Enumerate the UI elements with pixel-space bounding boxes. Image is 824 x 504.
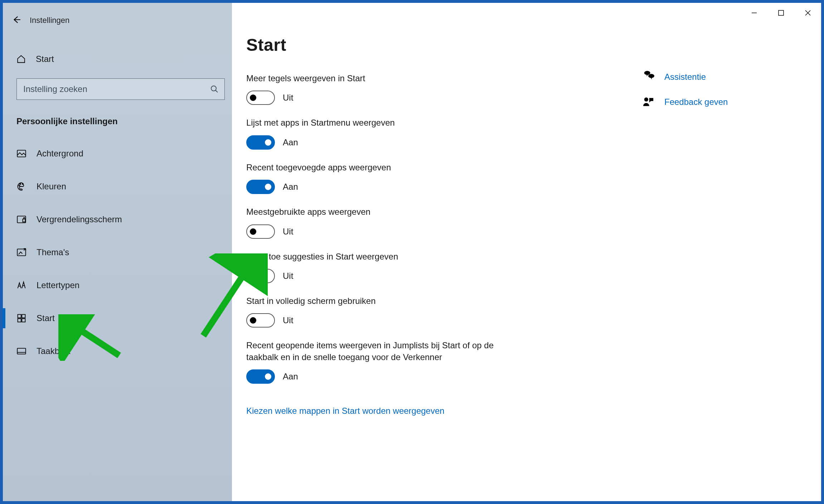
- sidebar-item-kleuren[interactable]: Kleuren: [3, 170, 232, 203]
- sidebar-item-lettertypen[interactable]: Lettertypen: [3, 269, 232, 302]
- sidebar-item-home[interactable]: Start: [3, 47, 232, 71]
- sidebar: Instellingen Start Persoonlijke instelli…: [3, 3, 232, 501]
- back-button[interactable]: [3, 15, 30, 26]
- page-title: Start: [246, 35, 604, 55]
- toggle-state-label: Aan: [283, 137, 298, 147]
- content-area: Start Meer tegels weergeven in StartUitL…: [232, 3, 629, 430]
- toggle-state-label: Aan: [283, 182, 298, 192]
- font-icon: [16, 280, 26, 290]
- setting-row: Recent toegevoegde apps weergevenAan: [246, 162, 604, 194]
- feedback-link-row[interactable]: Feedback geven: [642, 96, 793, 108]
- sidebar-item-vergrendelingsscherm[interactable]: Vergrendelingsscherm: [3, 203, 232, 236]
- toggle-switch[interactable]: [246, 135, 275, 150]
- toggle-switch[interactable]: [246, 269, 275, 283]
- search-input[interactable]: [23, 84, 210, 94]
- toggle-state-label: Aan: [283, 372, 298, 382]
- settings-window: Instellingen Start Persoonlijke instelli…: [3, 3, 821, 501]
- close-icon: [805, 10, 811, 18]
- svg-point-3: [20, 183, 21, 184]
- image-icon: [16, 149, 26, 159]
- svg-rect-12: [17, 348, 25, 354]
- svg-point-2: [19, 185, 20, 186]
- setting-label: Af en toe suggesties in Start weergeven: [246, 251, 504, 262]
- setting-row: Recent geopende items weergeven in Jumpl…: [246, 340, 604, 384]
- search-box[interactable]: [16, 78, 225, 100]
- toggle-switch[interactable]: [246, 91, 275, 105]
- toggle-state-label: Uit: [283, 315, 293, 325]
- arrow-left-icon: [12, 15, 21, 26]
- setting-row: Meer tegels weergeven in StartUit: [246, 73, 604, 105]
- toggle-row: Uit: [246, 224, 604, 239]
- sidebar-item-label: Vergrendelingsscherm: [37, 214, 122, 224]
- sidebar-item-themas[interactable]: Thema's: [3, 236, 232, 269]
- toggle-switch[interactable]: [246, 224, 275, 239]
- themes-icon: [16, 247, 26, 257]
- toggle-row: Aan: [246, 135, 604, 150]
- setting-row: Lijst met apps in Startmenu weergevenAan: [246, 117, 604, 149]
- lock-screen-icon: [16, 214, 26, 224]
- toggle-row: Aan: [246, 369, 604, 384]
- svg-rect-13: [779, 10, 784, 15]
- sidebar-home-label: Start: [36, 54, 54, 64]
- toggle-state-label: Uit: [283, 227, 293, 237]
- help-icon: [642, 71, 654, 83]
- minimize-button[interactable]: [741, 3, 767, 24]
- svg-point-14: [644, 97, 648, 101]
- svg-rect-9: [22, 315, 25, 318]
- svg-rect-6: [23, 219, 25, 222]
- start-icon: [16, 313, 26, 323]
- choose-folders-link[interactable]: Kiezen welke mappen in Start worden weer…: [246, 406, 445, 416]
- help-link-row[interactable]: Assistentie: [642, 71, 793, 83]
- sidebar-item-label: Thema's: [37, 247, 69, 257]
- svg-rect-8: [18, 315, 21, 318]
- sidebar-nav: Achtergrond Kleuren Vergrendelingsscherm…: [3, 137, 232, 368]
- help-link-label: Assistentie: [664, 72, 706, 82]
- sidebar-header: Instellingen: [3, 3, 232, 33]
- sidebar-item-start[interactable]: Start: [3, 302, 232, 335]
- setting-label: Lijst met apps in Startmenu weergeven: [246, 117, 504, 129]
- sidebar-section-title: Persoonlijke instellingen: [16, 116, 232, 126]
- sidebar-item-label: Taakbalk: [37, 346, 71, 356]
- close-button[interactable]: [794, 3, 821, 24]
- taskbar-icon: [16, 346, 26, 356]
- toggle-row: Uit: [246, 313, 604, 328]
- maximize-button[interactable]: [767, 3, 794, 24]
- svg-point-0: [211, 86, 216, 91]
- minimize-icon: [751, 10, 757, 18]
- palette-icon: [16, 181, 26, 192]
- toggle-state-label: Uit: [283, 93, 293, 103]
- setting-label: Recent toegevoegde apps weergeven: [246, 162, 504, 173]
- sidebar-item-achtergrond[interactable]: Achtergrond: [3, 137, 232, 170]
- sidebar-item-label: Lettertypen: [37, 280, 79, 290]
- maximize-icon: [778, 10, 784, 18]
- setting-label: Meer tegels weergeven in Start: [246, 73, 504, 84]
- search-icon: [210, 85, 219, 93]
- toggle-switch[interactable]: [246, 369, 275, 384]
- toggle-switch[interactable]: [246, 313, 275, 328]
- toggle-row: Uit: [246, 269, 604, 283]
- feedback-link-label: Feedback geven: [664, 97, 728, 107]
- sidebar-item-label: Start: [37, 313, 55, 323]
- main-pane: Start Meer tegels weergeven in StartUitL…: [232, 3, 821, 501]
- setting-label: Start in volledig scherm gebruiken: [246, 295, 504, 307]
- toggle-switch[interactable]: [246, 180, 275, 194]
- setting-label: Recent geopende items weergeven in Jumpl…: [246, 340, 504, 363]
- setting-row: Af en toe suggesties in Start weergevenU…: [246, 251, 604, 283]
- sidebar-item-label: Achtergrond: [37, 149, 83, 159]
- sidebar-item-taakbalk[interactable]: Taakbalk: [3, 335, 232, 368]
- svg-rect-11: [22, 319, 25, 322]
- sidebar-item-label: Kleuren: [37, 181, 66, 192]
- app-title: Instellingen: [30, 16, 69, 25]
- right-column: Assistentie Feedback geven: [642, 71, 793, 121]
- toggle-state-label: Uit: [283, 271, 293, 281]
- setting-row: Meestgebruikte apps weergevenUit: [246, 206, 604, 238]
- setting-label: Meestgebruikte apps weergeven: [246, 206, 504, 218]
- window-controls: [741, 3, 821, 24]
- setting-row: Start in volledig scherm gebruikenUit: [246, 295, 604, 328]
- toggle-row: Uit: [246, 91, 604, 105]
- svg-rect-10: [18, 319, 21, 322]
- home-icon: [16, 54, 26, 64]
- feedback-icon: [642, 96, 654, 108]
- settings-list: Meer tegels weergeven in StartUitLijst m…: [246, 73, 604, 384]
- toggle-row: Aan: [246, 180, 604, 194]
